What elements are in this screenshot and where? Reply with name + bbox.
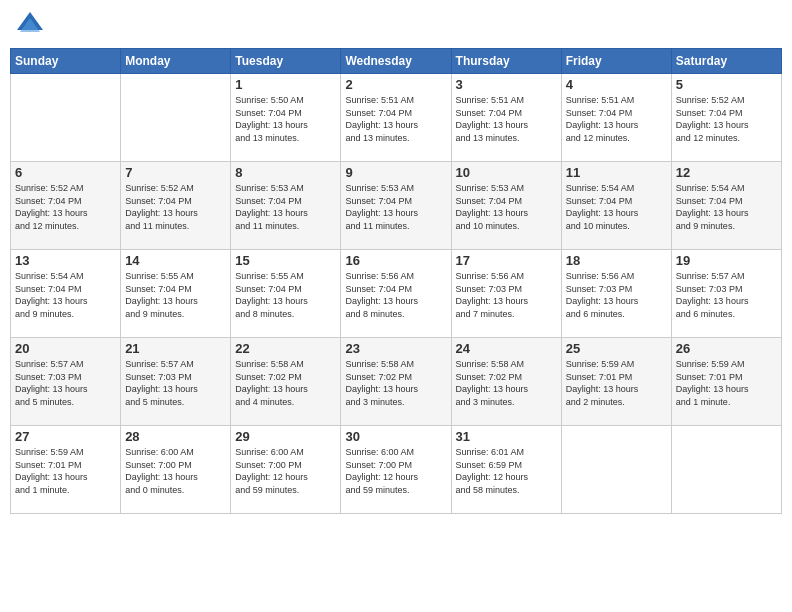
day-info: Sunrise: 6:00 AM Sunset: 7:00 PM Dayligh… xyxy=(235,446,336,496)
calendar-cell: 18Sunrise: 5:56 AM Sunset: 7:03 PM Dayli… xyxy=(561,250,671,338)
calendar-cell: 16Sunrise: 5:56 AM Sunset: 7:04 PM Dayli… xyxy=(341,250,451,338)
calendar-cell xyxy=(121,74,231,162)
day-info: Sunrise: 5:53 AM Sunset: 7:04 PM Dayligh… xyxy=(235,182,336,232)
day-number: 26 xyxy=(676,341,777,356)
calendar-cell: 5Sunrise: 5:52 AM Sunset: 7:04 PM Daylig… xyxy=(671,74,781,162)
calendar-cell: 4Sunrise: 5:51 AM Sunset: 7:04 PM Daylig… xyxy=(561,74,671,162)
day-info: Sunrise: 5:51 AM Sunset: 7:04 PM Dayligh… xyxy=(345,94,446,144)
logo-icon xyxy=(15,10,45,40)
day-number: 21 xyxy=(125,341,226,356)
day-number: 5 xyxy=(676,77,777,92)
calendar-cell: 20Sunrise: 5:57 AM Sunset: 7:03 PM Dayli… xyxy=(11,338,121,426)
logo xyxy=(15,10,49,40)
day-info: Sunrise: 5:55 AM Sunset: 7:04 PM Dayligh… xyxy=(235,270,336,320)
calendar-cell: 22Sunrise: 5:58 AM Sunset: 7:02 PM Dayli… xyxy=(231,338,341,426)
day-number: 7 xyxy=(125,165,226,180)
day-info: Sunrise: 5:58 AM Sunset: 7:02 PM Dayligh… xyxy=(235,358,336,408)
day-number: 29 xyxy=(235,429,336,444)
day-info: Sunrise: 5:52 AM Sunset: 7:04 PM Dayligh… xyxy=(125,182,226,232)
calendar-week-1: 1Sunrise: 5:50 AM Sunset: 7:04 PM Daylig… xyxy=(11,74,782,162)
day-info: Sunrise: 5:57 AM Sunset: 7:03 PM Dayligh… xyxy=(676,270,777,320)
calendar-week-3: 13Sunrise: 5:54 AM Sunset: 7:04 PM Dayli… xyxy=(11,250,782,338)
day-number: 25 xyxy=(566,341,667,356)
day-number: 17 xyxy=(456,253,557,268)
column-header-saturday: Saturday xyxy=(671,49,781,74)
day-info: Sunrise: 5:56 AM Sunset: 7:04 PM Dayligh… xyxy=(345,270,446,320)
calendar-cell: 13Sunrise: 5:54 AM Sunset: 7:04 PM Dayli… xyxy=(11,250,121,338)
day-number: 13 xyxy=(15,253,116,268)
calendar-cell: 3Sunrise: 5:51 AM Sunset: 7:04 PM Daylig… xyxy=(451,74,561,162)
day-number: 20 xyxy=(15,341,116,356)
day-info: Sunrise: 5:59 AM Sunset: 7:01 PM Dayligh… xyxy=(15,446,116,496)
calendar-cell: 17Sunrise: 5:56 AM Sunset: 7:03 PM Dayli… xyxy=(451,250,561,338)
calendar-cell: 9Sunrise: 5:53 AM Sunset: 7:04 PM Daylig… xyxy=(341,162,451,250)
calendar-cell: 19Sunrise: 5:57 AM Sunset: 7:03 PM Dayli… xyxy=(671,250,781,338)
day-info: Sunrise: 5:55 AM Sunset: 7:04 PM Dayligh… xyxy=(125,270,226,320)
day-number: 6 xyxy=(15,165,116,180)
day-number: 18 xyxy=(566,253,667,268)
day-info: Sunrise: 5:59 AM Sunset: 7:01 PM Dayligh… xyxy=(676,358,777,408)
day-info: Sunrise: 6:00 AM Sunset: 7:00 PM Dayligh… xyxy=(345,446,446,496)
day-number: 30 xyxy=(345,429,446,444)
day-info: Sunrise: 5:53 AM Sunset: 7:04 PM Dayligh… xyxy=(345,182,446,232)
calendar-cell: 25Sunrise: 5:59 AM Sunset: 7:01 PM Dayli… xyxy=(561,338,671,426)
day-number: 9 xyxy=(345,165,446,180)
day-number: 16 xyxy=(345,253,446,268)
calendar-table: SundayMondayTuesdayWednesdayThursdayFrid… xyxy=(10,48,782,514)
calendar-header-row: SundayMondayTuesdayWednesdayThursdayFrid… xyxy=(11,49,782,74)
calendar-cell: 2Sunrise: 5:51 AM Sunset: 7:04 PM Daylig… xyxy=(341,74,451,162)
day-info: Sunrise: 5:54 AM Sunset: 7:04 PM Dayligh… xyxy=(15,270,116,320)
day-info: Sunrise: 6:01 AM Sunset: 6:59 PM Dayligh… xyxy=(456,446,557,496)
day-info: Sunrise: 5:51 AM Sunset: 7:04 PM Dayligh… xyxy=(566,94,667,144)
column-header-wednesday: Wednesday xyxy=(341,49,451,74)
day-info: Sunrise: 5:57 AM Sunset: 7:03 PM Dayligh… xyxy=(15,358,116,408)
calendar-cell: 12Sunrise: 5:54 AM Sunset: 7:04 PM Dayli… xyxy=(671,162,781,250)
calendar-cell: 30Sunrise: 6:00 AM Sunset: 7:00 PM Dayli… xyxy=(341,426,451,514)
calendar-cell: 27Sunrise: 5:59 AM Sunset: 7:01 PM Dayli… xyxy=(11,426,121,514)
day-number: 12 xyxy=(676,165,777,180)
day-info: Sunrise: 5:57 AM Sunset: 7:03 PM Dayligh… xyxy=(125,358,226,408)
calendar-cell: 24Sunrise: 5:58 AM Sunset: 7:02 PM Dayli… xyxy=(451,338,561,426)
column-header-sunday: Sunday xyxy=(11,49,121,74)
calendar-cell: 8Sunrise: 5:53 AM Sunset: 7:04 PM Daylig… xyxy=(231,162,341,250)
day-number: 24 xyxy=(456,341,557,356)
day-info: Sunrise: 5:52 AM Sunset: 7:04 PM Dayligh… xyxy=(15,182,116,232)
calendar-cell xyxy=(561,426,671,514)
day-info: Sunrise: 5:51 AM Sunset: 7:04 PM Dayligh… xyxy=(456,94,557,144)
calendar-cell: 31Sunrise: 6:01 AM Sunset: 6:59 PM Dayli… xyxy=(451,426,561,514)
day-number: 19 xyxy=(676,253,777,268)
calendar-week-2: 6Sunrise: 5:52 AM Sunset: 7:04 PM Daylig… xyxy=(11,162,782,250)
column-header-tuesday: Tuesday xyxy=(231,49,341,74)
day-info: Sunrise: 5:54 AM Sunset: 7:04 PM Dayligh… xyxy=(566,182,667,232)
day-number: 11 xyxy=(566,165,667,180)
calendar-cell xyxy=(11,74,121,162)
day-number: 23 xyxy=(345,341,446,356)
day-info: Sunrise: 5:50 AM Sunset: 7:04 PM Dayligh… xyxy=(235,94,336,144)
day-info: Sunrise: 5:58 AM Sunset: 7:02 PM Dayligh… xyxy=(456,358,557,408)
calendar-cell: 14Sunrise: 5:55 AM Sunset: 7:04 PM Dayli… xyxy=(121,250,231,338)
calendar-cell: 26Sunrise: 5:59 AM Sunset: 7:01 PM Dayli… xyxy=(671,338,781,426)
column-header-thursday: Thursday xyxy=(451,49,561,74)
calendar-cell: 1Sunrise: 5:50 AM Sunset: 7:04 PM Daylig… xyxy=(231,74,341,162)
calendar-cell: 6Sunrise: 5:52 AM Sunset: 7:04 PM Daylig… xyxy=(11,162,121,250)
day-number: 3 xyxy=(456,77,557,92)
calendar-cell: 28Sunrise: 6:00 AM Sunset: 7:00 PM Dayli… xyxy=(121,426,231,514)
day-info: Sunrise: 5:52 AM Sunset: 7:04 PM Dayligh… xyxy=(676,94,777,144)
calendar-cell: 10Sunrise: 5:53 AM Sunset: 7:04 PM Dayli… xyxy=(451,162,561,250)
day-number: 28 xyxy=(125,429,226,444)
calendar-cell: 29Sunrise: 6:00 AM Sunset: 7:00 PM Dayli… xyxy=(231,426,341,514)
calendar-cell: 7Sunrise: 5:52 AM Sunset: 7:04 PM Daylig… xyxy=(121,162,231,250)
day-number: 14 xyxy=(125,253,226,268)
day-number: 2 xyxy=(345,77,446,92)
calendar-cell xyxy=(671,426,781,514)
day-number: 15 xyxy=(235,253,336,268)
column-header-friday: Friday xyxy=(561,49,671,74)
day-number: 22 xyxy=(235,341,336,356)
day-info: Sunrise: 6:00 AM Sunset: 7:00 PM Dayligh… xyxy=(125,446,226,496)
calendar-week-4: 20Sunrise: 5:57 AM Sunset: 7:03 PM Dayli… xyxy=(11,338,782,426)
calendar-cell: 23Sunrise: 5:58 AM Sunset: 7:02 PM Dayli… xyxy=(341,338,451,426)
column-header-monday: Monday xyxy=(121,49,231,74)
calendar-week-5: 27Sunrise: 5:59 AM Sunset: 7:01 PM Dayli… xyxy=(11,426,782,514)
day-info: Sunrise: 5:54 AM Sunset: 7:04 PM Dayligh… xyxy=(676,182,777,232)
day-number: 27 xyxy=(15,429,116,444)
